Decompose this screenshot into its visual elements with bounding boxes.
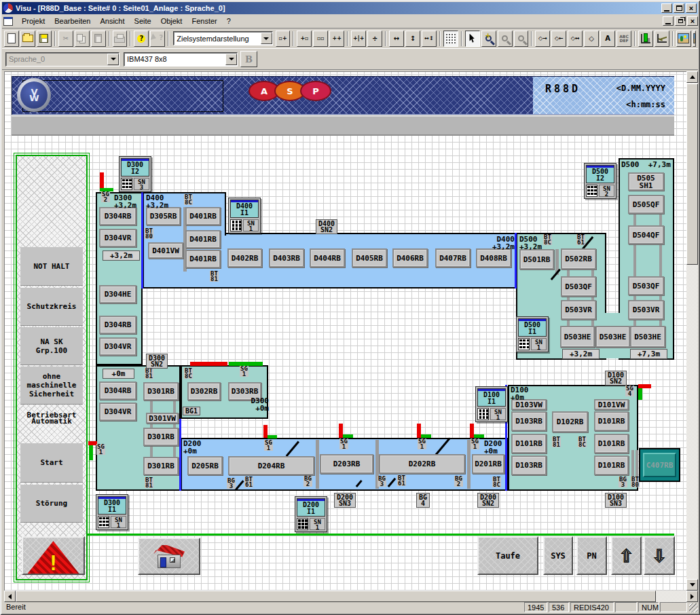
save-button[interactable] — [37, 31, 52, 47]
block-d102rb[interactable]: D102RB — [552, 411, 588, 432]
block-d401rb[interactable]: D401RB — [185, 250, 221, 268]
operator-panel-d500-i2[interactable]: D500 I2SN 2 — [584, 163, 616, 199]
variable-in-button[interactable]: ◇← — [551, 31, 566, 47]
variable-inout-button[interactable]: ◇↔ — [568, 31, 583, 47]
chevron-down-icon[interactable] — [261, 33, 272, 44]
mdi-child-icon[interactable] — [3, 17, 13, 26]
zoom-in-button[interactable] — [481, 31, 496, 47]
zoom-out-button[interactable] — [498, 31, 513, 47]
block-d301rb[interactable]: D301RB — [143, 457, 179, 475]
block-d407rb[interactable]: D407RB — [435, 248, 471, 267]
warning-button[interactable]: ! — [22, 536, 85, 575]
block-d201rb[interactable]: D201RB — [472, 454, 504, 474]
block-c407rb[interactable]: C407RB — [639, 448, 680, 482]
block-d203rb[interactable]: D203RB — [320, 454, 373, 474]
block-d304vr[interactable]: D304VR — [99, 229, 136, 247]
block-d101vw[interactable]: D101VW — [594, 399, 629, 410]
minimize-button[interactable] — [661, 3, 672, 13]
print-button[interactable] — [113, 31, 128, 47]
maximize-button[interactable] — [674, 3, 684, 13]
nav-button-pn[interactable]: PN — [576, 536, 607, 575]
block-d501rb[interactable]: D501RB — [519, 249, 554, 269]
open-button[interactable] — [20, 31, 35, 47]
nav-button-up-arrow-icon[interactable]: ⇧ — [611, 536, 642, 575]
menu-fenster[interactable]: Fenster — [187, 16, 221, 26]
mdi-close-button[interactable]: × — [687, 16, 698, 26]
block-d205rb[interactable]: D205RB — [187, 456, 223, 475]
arrange-pair-button[interactable]: ▫▫ — [313, 31, 328, 47]
grid-toggle-button[interactable] — [443, 31, 458, 47]
block-d404rb[interactable]: D404RB — [310, 248, 345, 267]
mdi-restore-button[interactable] — [675, 16, 686, 26]
trend-tool-button[interactable] — [655, 31, 669, 47]
paste-button[interactable] — [91, 31, 106, 47]
block-d304vr[interactable]: D304VR — [99, 337, 136, 356]
same-size-button[interactable]: ↔↕ — [422, 31, 437, 47]
operator-panel-d300-i2[interactable]: D300 I2SN 3 — [119, 156, 151, 192]
operator-panel-d100-i1[interactable]: D100 I1SN 1 — [475, 386, 508, 422]
menu-seite[interactable]: Seite — [130, 16, 156, 26]
sidebar-button-na-sk[interactable]: NA SK Grp.100 — [20, 327, 83, 365]
block-d304rb[interactable]: D304RB — [99, 316, 136, 334]
block-d103rb[interactable]: D103RB — [511, 411, 547, 431]
sidebar-button-ohne[interactable]: ohne maschinelle Sicherheit — [20, 367, 83, 404]
operator-panel-d500-i1[interactable]: D500 I1SN 1 — [516, 316, 549, 352]
block-d503qf[interactable]: D503QF — [628, 276, 664, 295]
menu-bearbeiten[interactable]: Bearbeiten — [50, 16, 95, 26]
center-horizontal-button[interactable]: +|+ — [351, 31, 366, 47]
mdi-minimize-button[interactable] — [663, 16, 674, 26]
page-canvas[interactable]: VW ASP R88D <D.MM.YYYY <h:mm:ss Betriebs… — [4, 71, 686, 591]
menu-objekt[interactable]: Objekt — [156, 16, 187, 26]
sidebar-button-schutzkreis[interactable]: Schutzkreis — [20, 288, 83, 325]
block-d101rb[interactable]: D101RB — [594, 455, 629, 475]
block-d406rb[interactable]: D406RB — [392, 248, 428, 267]
vertical-scrollbar[interactable] — [686, 71, 698, 591]
zoom-window-button[interactable] — [514, 31, 529, 47]
block-d503he[interactable]: D503HE — [560, 326, 595, 348]
same-height-button[interactable]: ↕ — [405, 31, 420, 47]
select-tool-button[interactable] — [465, 31, 480, 47]
block-d101rb[interactable]: D101RB — [594, 411, 629, 431]
block-d301rb[interactable]: D301RB — [143, 428, 179, 446]
menu-projekt[interactable]: Projekt — [17, 16, 50, 26]
scroll-down-button[interactable] — [686, 579, 698, 591]
block-d304he[interactable]: D304HE — [99, 285, 136, 303]
language-combo[interactable]: Sprache_0 — [5, 52, 119, 67]
nav-button-down-arrow-icon[interactable]: ⇩ — [644, 536, 675, 575]
block-d202rb[interactable]: D202RB — [379, 454, 465, 474]
sidebar-button-start[interactable]: Start — [20, 443, 83, 482]
sidebar-button-not-halt[interactable]: NOT HALT — [20, 247, 83, 285]
block-d403rb[interactable]: D403RB — [269, 248, 304, 267]
block-d503qf[interactable]: D503QF — [561, 276, 596, 297]
block-d304rb[interactable]: D304RB — [99, 381, 136, 400]
block-d401rb[interactable]: D401RB — [185, 207, 221, 225]
cut-button[interactable]: ✂ — [58, 31, 73, 47]
block-d504qf[interactable]: D504QF — [628, 225, 664, 244]
block-d401rb[interactable]: D401RB — [185, 230, 221, 248]
chevron-down-icon[interactable] — [225, 54, 237, 65]
sidebar-button-st-rung[interactable]: Störung — [20, 485, 83, 522]
center-vertical-button[interactable]: ÷ — [367, 31, 382, 47]
block-d503vr[interactable]: D503VR — [561, 300, 596, 320]
close-button[interactable]: × — [686, 3, 697, 13]
block-d401vw[interactable]: D401VW — [148, 242, 183, 259]
copy-button[interactable] — [75, 31, 90, 47]
textlist-button[interactable]: ABC DEF — [616, 31, 631, 47]
arrange-append-button[interactable]: +▫ — [297, 31, 312, 47]
operator-panel-d400-i1[interactable]: D400 I1SN 1 — [228, 198, 261, 234]
nav-button-sys[interactable]: SYS — [543, 536, 573, 575]
bold-button[interactable]: B — [240, 51, 257, 67]
target-view-combo[interactable]: Zielsystemdarstellung — [173, 31, 272, 45]
context-help-button[interactable] — [150, 31, 165, 47]
text-tool-button[interactable]: A — [600, 31, 615, 47]
block-d305rb[interactable]: D305RB — [146, 207, 181, 225]
chevron-down-icon[interactable] — [107, 54, 119, 65]
clipped-tool-button[interactable] — [693, 31, 696, 47]
block-d505-sh1[interactable]: D505 SH1 — [628, 172, 664, 191]
arrange-insert-button[interactable]: ▫+ — [276, 31, 291, 47]
block-d301rb[interactable]: D301RB — [143, 382, 179, 400]
font-combo[interactable]: IBM437 8x8 — [124, 52, 238, 67]
block-d304rb[interactable]: D304RB — [99, 207, 136, 225]
new-button[interactable] — [4, 31, 19, 47]
vertical-scroll-thumb[interactable] — [686, 83, 698, 265]
